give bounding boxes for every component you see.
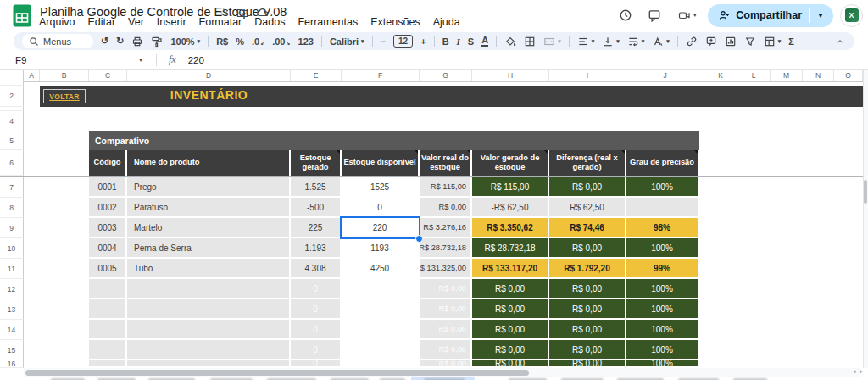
cell-E14[interactable]: 0 xyxy=(291,320,342,340)
cell-D10[interactable]: Perna de Serra xyxy=(127,238,291,259)
cell-D16[interactable] xyxy=(127,360,291,368)
cell-J16[interactable]: 100% xyxy=(626,360,699,368)
cell-I10[interactable]: R$ 0,00 xyxy=(549,238,626,259)
row-header-15[interactable]: 15 xyxy=(0,340,24,360)
comments-icon[interactable] xyxy=(643,4,665,26)
cell-H15[interactable]: R$ 0,00 xyxy=(472,340,549,360)
column-header-B[interactable]: B xyxy=(40,70,89,81)
table-header-estoque_gerado[interactable]: Estoque gerado xyxy=(291,150,342,176)
cell-C10[interactable]: 0004 xyxy=(89,238,127,259)
cell-E9[interactable]: 225 xyxy=(291,218,342,238)
toolbar-decrease-decimals-button[interactable]: .0↙ xyxy=(252,36,264,47)
cell-I12[interactable]: R$ 0,00 xyxy=(549,279,626,299)
column-header-J[interactable]: J xyxy=(626,70,704,81)
menu-ferramentas[interactable]: Ferramentas xyxy=(298,16,358,28)
collapse-toolbar-button[interactable] xyxy=(836,37,844,46)
toolbar-font-family-button[interactable]: Calibri▾ xyxy=(330,36,364,47)
toolbar-decrease-font-size-button[interactable]: − xyxy=(381,36,386,47)
cell-I15[interactable]: R$ 0,00 xyxy=(549,340,626,360)
menu-arquivo[interactable]: Arquivo xyxy=(39,16,75,28)
toolbar-search[interactable]: Menus xyxy=(22,34,93,48)
cell-D12[interactable] xyxy=(127,279,291,299)
row-header-16[interactable]: 16 xyxy=(0,360,24,368)
cell-J10[interactable]: 100% xyxy=(626,238,699,259)
cell-C15[interactable] xyxy=(89,340,127,360)
video-call-icon[interactable]: ▾ xyxy=(672,4,701,26)
cell-I13[interactable]: R$ 0,00 xyxy=(549,299,626,320)
cell-H7[interactable]: R$ 115,00 xyxy=(472,177,549,198)
row-header-14[interactable]: 14 xyxy=(0,320,24,340)
row-header-6[interactable]: 6 xyxy=(0,150,24,176)
cell-J7[interactable]: 100% xyxy=(626,177,699,198)
cell-E13[interactable]: 0 xyxy=(291,299,342,320)
video-call-caret-icon[interactable]: ▾ xyxy=(693,12,697,19)
cell-E10[interactable]: 1.193 xyxy=(291,238,342,259)
cell-H9[interactable]: R$ 3.350,62 xyxy=(472,218,549,238)
column-header-F[interactable]: F xyxy=(342,70,420,81)
cell-E16[interactable]: 0 xyxy=(291,360,342,368)
cell-C8[interactable]: 0002 xyxy=(89,198,127,218)
toolbar-increase-font-size-button[interactable]: + xyxy=(420,36,426,47)
row-header-7[interactable]: 7 xyxy=(0,177,24,198)
voltar-back-button[interactable]: VOLTAR xyxy=(43,89,86,103)
cell-F8[interactable]: 0 xyxy=(342,198,420,218)
section-header-comparativo[interactable]: Comparativo xyxy=(89,131,699,150)
cell-C11[interactable]: 0005 xyxy=(89,259,127,279)
cell-I8[interactable]: R$ 62,50 xyxy=(549,198,626,218)
cell-D7[interactable]: Prego xyxy=(127,177,291,198)
toolbar-strikethrough-button[interactable]: S xyxy=(468,36,474,47)
cell-I16[interactable]: R$ 0,00 xyxy=(549,360,626,368)
cell-J14[interactable]: 100% xyxy=(626,320,699,340)
table-header-estoque_disponivel[interactable]: Estoque disponível xyxy=(342,150,420,176)
share-caret-icon[interactable]: ▼ xyxy=(811,12,830,20)
toolbar-functions-button[interactable]: Σ xyxy=(788,36,794,47)
cell-F11[interactable]: 4250 xyxy=(342,259,420,279)
cell-D14[interactable] xyxy=(127,320,291,340)
cell-D8[interactable]: Parafuso xyxy=(127,198,291,218)
table-header-precisao[interactable]: Grau de precisão xyxy=(626,150,699,176)
toolbar-print-icon[interactable] xyxy=(131,36,143,48)
cell-H12[interactable]: R$ 0,00 xyxy=(472,279,549,299)
cell-G8[interactable]: R$ 0,00 xyxy=(420,198,472,218)
column-header-E[interactable]: E xyxy=(291,70,342,81)
column-header-O[interactable]: O xyxy=(834,70,863,81)
fill-handle[interactable] xyxy=(415,235,423,243)
row-header-9[interactable]: 9 xyxy=(0,218,24,238)
formula-input[interactable]: 220 xyxy=(188,55,204,65)
toolbar-more-formats-button[interactable]: 123 xyxy=(298,36,314,47)
cell-E15[interactable]: 0 xyxy=(291,340,342,360)
row-header-2[interactable]: 2 xyxy=(0,86,24,107)
table-header-valor_real[interactable]: Valor real do estoque xyxy=(420,150,472,176)
cell-G9[interactable]: R$ 3.276,16 xyxy=(420,218,472,238)
cell-E7[interactable]: 1.525 xyxy=(291,177,342,198)
cell-J12[interactable]: 100% xyxy=(626,279,699,299)
cell-C9[interactable]: 0003 xyxy=(89,218,127,238)
cell-H10[interactable]: R$ 28.732,18 xyxy=(472,238,549,259)
column-header-A[interactable]: A xyxy=(24,70,40,81)
cell-J8[interactable] xyxy=(626,198,699,218)
column-header-H[interactable]: H xyxy=(472,70,549,81)
cell-F15[interactable] xyxy=(342,340,420,360)
toolbar-font-size-button[interactable]: 12 xyxy=(393,35,413,48)
cell-F14[interactable] xyxy=(342,320,420,340)
row-header-11[interactable]: 11 xyxy=(0,259,24,279)
menu-inserir[interactable]: Inserir xyxy=(157,16,186,28)
cell-G14[interactable]: R$ 0,00 xyxy=(420,320,472,340)
row-header-4[interactable]: 4 xyxy=(0,111,24,131)
cell-H13[interactable]: R$ 0,00 xyxy=(472,299,549,320)
cell-J9[interactable]: 98% xyxy=(626,218,699,238)
cell-G11[interactable]: R$ 131.325,00 xyxy=(420,259,472,279)
toolbar-insert-comment-icon[interactable] xyxy=(705,36,717,48)
cell-H14[interactable]: R$ 0,00 xyxy=(472,320,549,340)
share-button[interactable]: Compartilhar ▼ xyxy=(708,4,833,27)
cell-F7[interactable]: 1525 xyxy=(342,177,420,198)
cell-E8[interactable]: -500 xyxy=(291,198,342,218)
row-header-12[interactable]: 12 xyxy=(0,279,24,299)
cell-J13[interactable]: 100% xyxy=(626,299,699,320)
column-header-L[interactable]: L xyxy=(737,70,771,81)
toolbar-text-color-button[interactable]: A xyxy=(481,36,488,47)
toolbar-text-rotation-icon[interactable]: ▾ xyxy=(652,36,670,48)
toolbar-currency-format-button[interactable]: R$ xyxy=(216,36,228,47)
toolbar-merge-cells-icon[interactable]: ▾ xyxy=(543,36,561,48)
name-box[interactable]: F9 ▾ xyxy=(0,55,149,65)
